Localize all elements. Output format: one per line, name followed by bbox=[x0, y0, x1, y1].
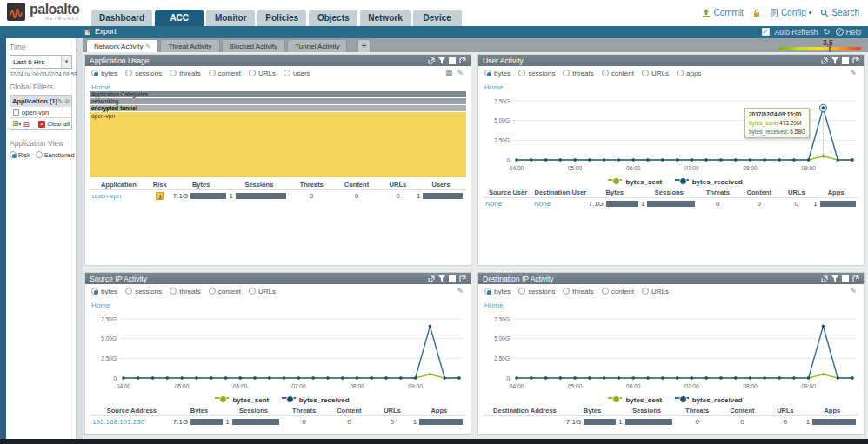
filter-icon[interactable] bbox=[438, 57, 445, 64]
commit-button[interactable]: Commit bbox=[702, 8, 743, 17]
destination-user-link[interactable]: None bbox=[534, 200, 551, 208]
sidebar-gutter[interactable] bbox=[77, 38, 83, 439]
column-header[interactable]: Apps bbox=[413, 407, 465, 414]
column-header[interactable]: Bytes bbox=[566, 407, 618, 414]
metric-radio[interactable]: threats bbox=[170, 288, 200, 295]
source-ip-chart[interactable]: 7.50G5.00G2.50G004:0005:0006:0007:0008:0… bbox=[85, 308, 471, 392]
column-header[interactable]: Threats bbox=[698, 189, 738, 196]
metric-radio[interactable]: sessions bbox=[518, 70, 555, 77]
lock-icon[interactable] bbox=[752, 9, 761, 17]
nav-tab[interactable]: Dashboard bbox=[91, 10, 152, 26]
maximize-icon[interactable] bbox=[852, 57, 859, 64]
maximize-icon[interactable] bbox=[852, 275, 859, 282]
view-tab[interactable]: Network Activity ✎ bbox=[86, 39, 158, 52]
nav-tab[interactable]: ACC bbox=[155, 10, 204, 26]
view-tab[interactable]: Tunnel Activity ✎ bbox=[287, 39, 347, 52]
metric-radio[interactable]: URLs bbox=[642, 70, 669, 77]
negate-filter-icon[interactable]: ⊘ bbox=[64, 98, 70, 105]
column-header[interactable]: Threats bbox=[289, 181, 334, 189]
column-header[interactable]: URLs bbox=[765, 407, 805, 414]
column-header[interactable]: Threats bbox=[282, 407, 327, 414]
clear-all-button[interactable]: × Clear all bbox=[38, 121, 70, 128]
nav-tab[interactable]: Device bbox=[413, 10, 462, 26]
column-header[interactable]: Apps bbox=[813, 189, 858, 196]
metric-radio[interactable]: threats bbox=[563, 70, 593, 77]
line-chart[interactable]: 7.50G5.00G2.50G004:0005:0006:0007:0008:0… bbox=[89, 308, 469, 392]
help-button[interactable]: ? Help bbox=[836, 28, 861, 36]
view-tab[interactable]: Blocked Activity ✎ bbox=[222, 39, 286, 52]
column-header[interactable]: Destination Address bbox=[484, 407, 566, 414]
column-header[interactable]: Users bbox=[417, 181, 465, 189]
metric-radio[interactable]: URLs bbox=[642, 288, 669, 295]
metric-radio[interactable]: users bbox=[284, 70, 310, 77]
search-button[interactable]: Search bbox=[820, 8, 859, 17]
config-menu[interactable]: Config ▾ bbox=[770, 8, 811, 17]
view-tab[interactable]: Threat Activity ✎ bbox=[160, 39, 219, 52]
destination-ip-chart[interactable]: 7.50G5.00G2.50G004:0005:0006:0007:0008:0… bbox=[478, 308, 864, 392]
column-header[interactable]: Source Address bbox=[90, 407, 173, 414]
column-header[interactable]: Content bbox=[327, 407, 372, 414]
breadcrumb-home-link[interactable]: Home bbox=[91, 83, 110, 91]
nav-tab[interactable]: Policies bbox=[257, 10, 306, 26]
nav-tab[interactable]: Network bbox=[360, 10, 410, 26]
line-chart[interactable]: 7.50G5.00G2.50G004:0005:0006:0007:0008:0… bbox=[482, 308, 862, 392]
metric-radio[interactable]: bytes bbox=[91, 288, 117, 295]
metric-radio[interactable]: URLs bbox=[249, 70, 276, 77]
edit-chart-icon[interactable]: ✎ bbox=[850, 69, 857, 77]
add-tab-button[interactable]: + bbox=[357, 39, 371, 52]
column-header[interactable]: Sessions bbox=[225, 407, 282, 414]
export-button[interactable]: Export bbox=[84, 27, 117, 36]
metric-radio[interactable]: threats bbox=[170, 70, 200, 77]
treemap-category-networking[interactable]: networking bbox=[90, 98, 466, 105]
refresh-icon[interactable]: ↻ bbox=[823, 27, 830, 36]
column-header[interactable]: Risk bbox=[147, 181, 173, 189]
column-header[interactable]: Apps bbox=[806, 407, 858, 414]
remove-filter-button[interactable]: ⊟ bbox=[23, 120, 30, 129]
column-header[interactable]: Bytes bbox=[589, 189, 641, 196]
column-header[interactable]: Sessions bbox=[229, 181, 289, 189]
metric-radio[interactable]: sessions bbox=[125, 70, 162, 77]
jump-to-logs-icon[interactable] bbox=[821, 57, 828, 64]
column-header[interactable]: Threats bbox=[675, 407, 720, 414]
brand-logo[interactable]: paloalto NETWORKS bbox=[7, 3, 79, 22]
metric-radio[interactable]: URLs bbox=[249, 288, 276, 295]
column-header[interactable]: Application bbox=[90, 181, 147, 189]
metric-radio[interactable]: content bbox=[209, 70, 241, 77]
column-header[interactable]: Content bbox=[720, 407, 765, 414]
column-header[interactable]: Sessions bbox=[641, 189, 698, 196]
nav-tab[interactable]: Monitor bbox=[206, 10, 255, 26]
time-range-select[interactable]: Last 6 Hrs ▾ bbox=[10, 55, 72, 69]
metric-radio[interactable]: bytes bbox=[484, 70, 511, 77]
metric-radio[interactable]: sessions bbox=[518, 288, 555, 295]
treemap-subcategory-encrypted-tunnel[interactable]: encrypted-tunnel bbox=[90, 105, 466, 112]
column-header[interactable]: Content bbox=[738, 189, 779, 196]
edit-chart-icon[interactable]: ✎ bbox=[457, 69, 464, 77]
source-user-link[interactable]: None bbox=[485, 200, 502, 208]
filter-icon[interactable] bbox=[831, 275, 838, 282]
metric-radio[interactable]: sessions bbox=[125, 288, 162, 295]
source-address-link[interactable]: 192.168.101.230 bbox=[92, 418, 144, 426]
view-option-radio[interactable]: Risk bbox=[10, 151, 30, 158]
metric-radio[interactable]: apps bbox=[677, 70, 701, 77]
table-view-icon[interactable]: ▦ bbox=[445, 69, 453, 77]
export-widget-icon[interactable] bbox=[449, 57, 456, 64]
export-widget-icon[interactable] bbox=[449, 275, 456, 282]
metric-radio[interactable]: content bbox=[602, 70, 634, 77]
column-header[interactable]: URLs bbox=[371, 407, 412, 414]
maximize-icon[interactable] bbox=[459, 57, 466, 64]
edit-filter-icon[interactable]: ✎ bbox=[57, 98, 63, 105]
filter-icon[interactable] bbox=[438, 275, 445, 282]
jump-to-logs-icon[interactable] bbox=[821, 275, 828, 282]
edit-chart-icon[interactable]: ✎ bbox=[850, 287, 857, 295]
jump-to-logs-icon[interactable] bbox=[428, 57, 435, 64]
column-header[interactable]: URLs bbox=[379, 181, 417, 189]
filter-icon[interactable] bbox=[831, 57, 838, 64]
add-filter-button[interactable]: ⊞▾ bbox=[12, 119, 22, 129]
column-header[interactable]: URLs bbox=[779, 189, 813, 196]
filter-checkbox[interactable] bbox=[13, 109, 19, 116]
column-header[interactable]: Source User bbox=[484, 189, 532, 196]
column-header[interactable]: Sessions bbox=[618, 407, 675, 414]
column-header[interactable]: Bytes bbox=[173, 181, 230, 189]
column-header[interactable]: Bytes bbox=[173, 407, 225, 414]
nav-tab[interactable]: Objects bbox=[309, 10, 357, 26]
